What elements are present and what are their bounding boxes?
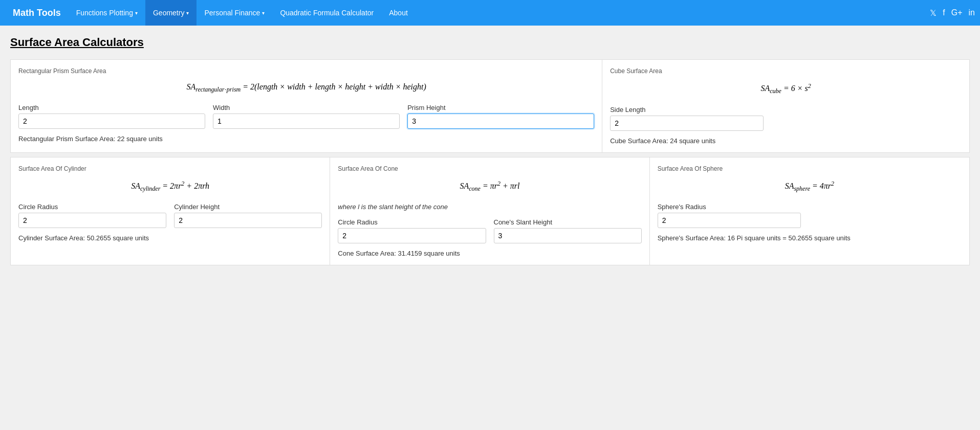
cylinder-result: Cylinder Surface Area: 50.2655 square un… [18,234,322,242]
chevron-down-icon: ▾ [262,10,265,16]
cylinder-height-input[interactable] [174,213,322,228]
sphere-title: Surface Area Of Sphere [658,165,962,172]
length-label: Length [18,104,205,111]
cylinder-inputs: Circle Radius Cylinder Height [18,203,322,228]
facebook-icon[interactable]: f [943,8,945,17]
google-plus-icon[interactable]: G+ [951,8,963,17]
width-group: Width [213,104,400,129]
cone-formula: SAcone = πr2 + πrl [338,180,641,193]
rectangular-prism-title: Rectangular Prism Surface Area [18,67,594,75]
cone-inputs: Circle Radius Cone's Slant Height [338,218,641,243]
cone-title: Surface Area Of Cone [338,165,641,172]
sphere-radius-label: Sphere's Radius [658,203,801,211]
cone-radius-label: Circle Radius [338,218,486,226]
prism-height-label: Prism Height [407,104,594,111]
navbar: Math Tools Functions Plotting ▾ Geometry… [0,0,980,26]
sphere-panel: Surface Area Of Sphere SAsphere = 4πr2 S… [650,157,969,265]
prism-height-group: Prism Height [407,104,594,129]
rectangular-prism-inputs: Length Width Prism Height [18,104,594,129]
sphere-formula: SAsphere = 4πr2 [658,180,962,193]
cylinder-panel: Surface Area Of Cylinder SAcylinder = 2π… [11,157,330,265]
cone-radius-input[interactable] [338,228,486,243]
rectangular-prism-panel: Rectangular Prism Surface Area SArectang… [11,60,602,152]
cube-result: Cube Surface Area: 24 square units [610,137,962,145]
sphere-result: Sphere's Surface Area: 16 Pi square unit… [658,234,962,242]
chevron-down-icon: ▾ [135,10,138,16]
chevron-down-icon: ▾ [186,10,189,16]
cylinder-formula: SAcylinder = 2πr2 + 2πrh [18,180,322,193]
cone-radius-group: Circle Radius [338,218,486,243]
width-input[interactable] [213,114,400,129]
nav-about[interactable]: About [381,0,416,26]
rectangular-prism-result: Rectangular Prism Surface Area: 22 squar… [18,135,594,143]
cylinder-height-label: Cylinder Height [174,203,322,211]
cube-title: Cube Surface Area [610,67,962,75]
nav-personal-finance[interactable]: Personal Finance ▾ [197,0,272,26]
side-input[interactable] [610,116,764,131]
twitter-icon[interactable]: 𝕏 [930,8,937,18]
cone-slant-label: Cone's Slant Height [494,218,642,226]
cylinder-radius-input[interactable] [18,213,166,228]
nav-geometry[interactable]: Geometry ▾ [145,0,197,26]
social-links: 𝕏 f G+ in [930,8,975,18]
cone-slant-input[interactable] [494,228,642,243]
cylinder-height-group: Cylinder Height [174,203,322,228]
nav-functions-plotting[interactable]: Functions Plotting ▾ [69,0,145,26]
cone-slant-group: Cone's Slant Height [494,218,642,243]
cone-slant-note: where l is the slant height of the cone [338,203,641,211]
cylinder-title: Surface Area Of Cylinder [18,165,322,172]
cone-result: Cone Surface Area: 31.4159 square units [338,250,641,257]
sphere-radius-group: Sphere's Radius [658,203,801,228]
nav-items: Functions Plotting ▾ Geometry ▾ Personal… [69,0,930,26]
length-group: Length [18,104,205,129]
nav-quadratic[interactable]: Quadratic Formula Calculator [272,0,381,26]
side-group: Side Length [610,106,764,131]
width-label: Width [213,104,400,111]
cylinder-radius-group: Circle Radius [18,203,166,228]
page-title: Surface Area Calculators [10,36,970,49]
side-label: Side Length [610,106,764,114]
nav-brand[interactable]: Math Tools [5,8,69,18]
cube-panel: Cube Surface Area SAcube = 6 × s2 Side L… [602,60,969,152]
cube-formula: SAcube = 6 × s2 [610,82,962,96]
sphere-radius-input[interactable] [658,213,801,228]
cylinder-radius-label: Circle Radius [18,203,166,211]
bottom-row: Surface Area Of Cylinder SAcylinder = 2π… [10,157,970,266]
prism-height-input[interactable] [407,114,594,129]
linkedin-icon[interactable]: in [969,8,975,17]
cone-panel: Surface Area Of Cone SAcone = πr2 + πrl … [330,157,649,265]
rectangular-prism-formula: SArectangular · prism = 2(length × width… [18,82,594,94]
page-content: Surface Area Calculators Rectangular Pri… [0,26,980,430]
length-input[interactable] [18,114,205,129]
